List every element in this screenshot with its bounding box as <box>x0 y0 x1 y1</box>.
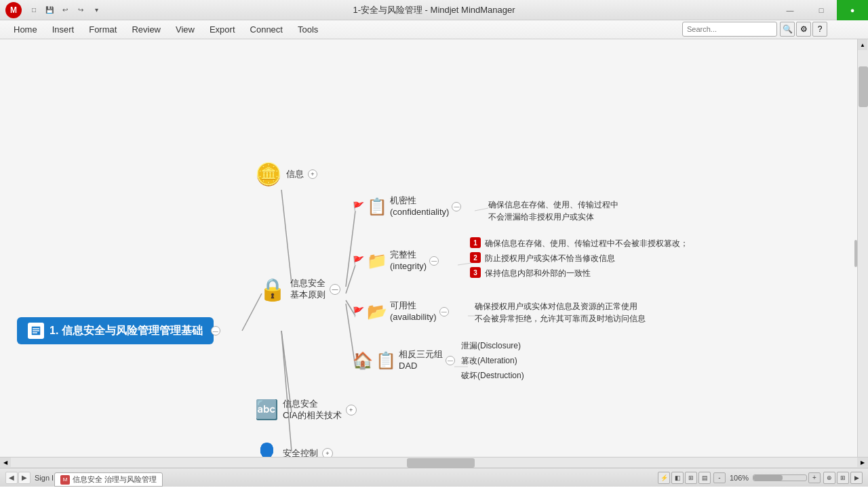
prev-page-button[interactable]: ◀ <box>5 472 18 484</box>
vertical-scrollbar[interactable]: ▲ ▼ <box>857 39 868 468</box>
availability-expand-button[interactable]: — <box>439 307 449 317</box>
zoom-out-button[interactable]: - <box>713 472 726 483</box>
dad-label: 相反三元组DAD <box>399 349 443 372</box>
tab-area: M 信息安全 治理与风险管理 <box>54 472 163 487</box>
num3-icon: 3 <box>470 267 481 278</box>
horizontal-scrollbar[interactable]: ◀ ▶ <box>0 457 868 468</box>
svg-line-6 <box>458 263 471 265</box>
help-icon[interactable]: ? <box>812 22 827 37</box>
num2-icon: 2 <box>470 252 481 263</box>
integrity-desc1: 确保信息在存储、使用、传输过程中不会被非授权篡改； <box>485 237 688 249</box>
node-security-basics: 🔒 信息安全基本原则 — <box>259 277 340 302</box>
page-nav-controls: ◀ ▶ <box>5 472 31 484</box>
branch-availability: 🚩 📂 可用性(availability) — <box>353 300 449 323</box>
file-icon-integrity: 📁 <box>367 251 387 270</box>
new-button[interactable]: □ <box>27 3 41 16</box>
file-icon-dad: 📋 <box>376 351 396 370</box>
integrity-desc2: 防止授权用户或实体不恰当修改信息 <box>485 252 615 264</box>
availability-desc: 确保授权用户或实体对信息及资源的正常使用不会被异常拒绝，允许其可靠而及时地访问信… <box>475 300 646 325</box>
dad-item-alteration: 篡改(Alteration) <box>461 354 524 367</box>
security-collapse-button[interactable]: — <box>330 284 340 295</box>
node-cia: 🔤 信息安全CIA的相关技术 + <box>255 399 357 422</box>
menu-tools[interactable]: Tools <box>291 22 325 37</box>
branch-confidentiality: 🚩 📋 机密性(confidentiality) — <box>353 195 461 218</box>
tab-label: 信息安全 治理与风险管理 <box>73 474 157 485</box>
search-area: 🔍 ⚙ ? <box>682 22 827 37</box>
save-button[interactable]: 💾 <box>43 3 56 16</box>
menubar: Home Insert Format Review View Export Co… <box>0 20 868 39</box>
splitter-handle[interactable] <box>854 240 857 267</box>
next-page-button[interactable]: ▶ <box>18 472 31 484</box>
menu-format[interactable]: Format <box>82 22 123 37</box>
menu-view[interactable]: View <box>169 22 201 37</box>
flag-icon-integrity: 🚩 <box>353 256 364 266</box>
node-cia-label: 信息安全CIA的相关技术 <box>283 399 342 422</box>
flag-icon-confidentiality: 🚩 <box>353 201 364 212</box>
mindmap-canvas: 🪙 信息 + 🔒 信息安全基本原则 — 🔤 信息安全CIA的相关技术 + 👤 安… <box>0 39 868 468</box>
map-tab[interactable]: M 信息安全 治理与风险管理 <box>54 472 163 487</box>
scroll-up-button[interactable]: ▲ <box>858 39 867 50</box>
dad-item-destruction: 破坏(Destruction) <box>461 369 524 382</box>
integrity-expand-button[interactable]: — <box>429 256 439 266</box>
confidentiality-expand-button[interactable]: — <box>452 202 461 211</box>
abc-icon: 🔤 <box>255 399 279 421</box>
integrity-label: 完整性(integrity) <box>390 249 427 272</box>
redo-button[interactable]: ↪ <box>74 3 87 16</box>
num1-icon: 1 <box>470 237 481 248</box>
green-action-button[interactable]: ● <box>837 0 868 20</box>
folder-icon-availability: 📂 <box>367 302 387 321</box>
main-topic-icon <box>28 323 44 339</box>
menu-insert[interactable]: Insert <box>45 22 81 37</box>
svg-line-9 <box>281 190 292 283</box>
more-options-button[interactable]: ▶ <box>850 472 863 484</box>
search-input[interactable] <box>682 22 777 37</box>
availability-label: 可用性(availability) <box>390 300 437 323</box>
cia-expand-button[interactable]: + <box>346 405 357 415</box>
maximize-button[interactable]: □ <box>806 0 837 20</box>
dad-item-disclosure: 泄漏(Disclosure) <box>461 340 524 352</box>
expand-all-button[interactable]: ⊕ <box>823 472 835 484</box>
safe-icon: 🔒 <box>259 277 286 302</box>
menu-export[interactable]: Export <box>203 22 242 37</box>
zoom-in-button[interactable]: + <box>808 472 821 483</box>
branch-dad: 🏠 📋 相反三元组DAD — <box>353 349 455 372</box>
flag-icon-availability: 🚩 <box>353 306 364 317</box>
minimize-button[interactable]: — <box>774 0 806 20</box>
undo-button[interactable]: ↩ <box>58 3 72 16</box>
dad-expand-button[interactable]: — <box>446 356 455 365</box>
svg-line-11 <box>281 331 292 451</box>
info-expand-button[interactable]: + <box>308 169 317 179</box>
settings-icon[interactable]: ⚙ <box>796 22 811 37</box>
more-button[interactable]: ▾ <box>90 3 103 16</box>
availability-desc-text: 确保授权用户或实体对信息及资源的正常使用不会被异常拒绝，允许其可靠而及时地访问信… <box>475 302 646 323</box>
view-controls: ⚡ ◧ ⊞ ▤ <box>658 472 711 484</box>
scroll-left-button[interactable]: ◀ <box>0 458 11 467</box>
view-mode-button2[interactable]: ⊞ <box>685 472 697 484</box>
fit-page-button[interactable]: ⊞ <box>837 472 849 484</box>
view-mode-button1[interactable]: ◧ <box>671 472 684 484</box>
zoom-slider[interactable] <box>753 474 807 481</box>
main-topic[interactable]: 1. 信息安全与风险管理管理基础 — <box>17 317 214 344</box>
scroll-right-button[interactable]: ▶ <box>857 458 868 467</box>
menu-review[interactable]: Review <box>125 22 167 37</box>
scroll-thumb-vertical[interactable] <box>859 66 868 107</box>
node-info-label: 信息 <box>286 168 304 180</box>
integrity-desc3: 保持信息内部和外部的一致性 <box>485 267 591 279</box>
main-topic-expand-button[interactable]: — <box>211 326 220 336</box>
confidentiality-desc: 确保信息在存储、使用、传输过程中不会泄漏给非授权用户或实体 <box>488 199 618 223</box>
svg-line-1 <box>346 211 355 287</box>
house-icon-dad: 🏠 <box>353 351 373 370</box>
menu-connect[interactable]: Connect <box>243 22 290 37</box>
confidentiality-label: 机密性(confidentiality) <box>390 195 449 218</box>
app-logo: M <box>5 2 22 18</box>
menu-home[interactable]: Home <box>7 22 44 37</box>
statusbar: ◀ ▶ Sign In ▾ M 信息安全 治理与风险管理 ⚡ ◧ ⊞ ▤ - 1… <box>0 468 868 487</box>
file-icon-confidentiality: 📋 <box>367 197 387 216</box>
zoom-level: 106% <box>727 474 751 482</box>
search-icon[interactable]: 🔍 <box>780 22 795 37</box>
filter-button[interactable]: ⚡ <box>658 472 670 484</box>
confidentiality-desc-text: 确保信息在存储、使用、传输过程中不会泄漏给非授权用户或实体 <box>488 200 618 222</box>
view-mode-button3[interactable]: ▤ <box>698 472 711 484</box>
status-right-controls: ⚡ ◧ ⊞ ▤ - 106% + ⊕ ⊞ ▶ <box>658 472 863 484</box>
scroll-thumb-horizontal[interactable] <box>407 458 475 468</box>
